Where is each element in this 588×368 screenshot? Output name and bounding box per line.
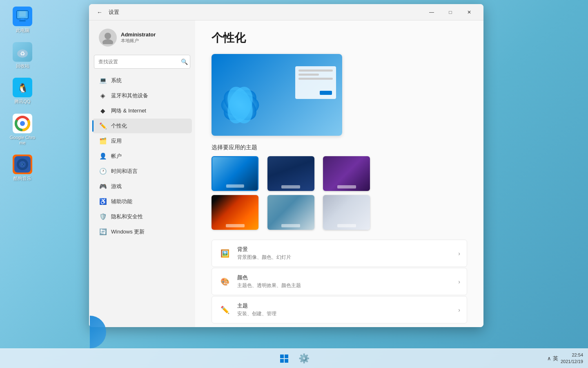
nav-label-accessibility: 辅助功能	[111, 198, 132, 205]
theme-mini-bar-5	[281, 224, 300, 227]
settings-item-background[interactable]: 🖼️ 背景 背景图像、颜色、幻灯片 ›	[212, 240, 467, 267]
time-display: 22:54	[561, 352, 583, 358]
colors-desc: 主题色、透明效果、颜色主题	[237, 282, 458, 289]
sidebar-item-network[interactable]: ◆网络 & Internet	[92, 103, 192, 118]
colors-text: 颜色 主题色、透明效果、颜色主题	[237, 274, 458, 289]
sidebar-item-accounts[interactable]: 👤帐户	[92, 149, 192, 164]
desktop-icon-recycle[interactable]: ♻ 回收站	[6, 40, 39, 71]
sidebar-item-accessibility[interactable]: ♿辅助功能	[92, 194, 192, 209]
svg-point-15	[20, 121, 25, 126]
settings-list: 🖼️ 背景 背景图像、颜色、幻灯片 › 🎨 颜色 主题色、透明效果、颜色主题 ›	[212, 240, 467, 323]
svg-rect-31	[285, 359, 288, 363]
chrome-icon	[13, 114, 32, 133]
chevron-up-icon[interactable]: ∧	[547, 355, 551, 361]
recycle-label: 回收站	[16, 63, 29, 69]
theme-card-2[interactable]	[267, 156, 314, 191]
start-button[interactable]	[275, 350, 293, 367]
nav-icon-bluetooth: ◈	[99, 92, 107, 100]
nav-label-time: 时间和语言	[111, 168, 138, 175]
close-button[interactable]: ✕	[460, 6, 479, 19]
computer-label: 此电脑	[16, 28, 29, 33]
preview-line-1	[298, 70, 333, 72]
sidebar-item-personalization[interactable]: ✏️个性化	[92, 119, 192, 133]
svg-text:♻: ♻	[20, 50, 25, 57]
nav-label-privacy: 隐私和安全性	[111, 213, 143, 220]
svg-rect-30	[280, 359, 284, 363]
back-button[interactable]: ←	[94, 7, 105, 18]
nav-label-personalization: 个性化	[111, 122, 127, 130]
theme-card-1[interactable]	[212, 156, 258, 191]
themes-text: 主题 安装、创建、管理	[237, 302, 458, 317]
svg-point-22	[102, 39, 113, 44]
nav-label-bluetooth: 蓝牙和其他设备	[111, 92, 148, 99]
theme-mini-bar-4	[226, 224, 245, 227]
preview-window-mock	[295, 66, 336, 99]
search-icon[interactable]: 🔍	[181, 58, 188, 65]
taskbar-settings-button[interactable]: ⚙️	[295, 350, 313, 367]
sidebar-item-bluetooth[interactable]: ◈蓝牙和其他设备	[92, 88, 192, 103]
minimize-button[interactable]: —	[422, 6, 441, 19]
sidebar-item-system[interactable]: 💻系统	[92, 73, 192, 88]
maximize-button[interactable]: □	[441, 6, 460, 19]
qq-label: 腾讯QQ	[14, 99, 30, 104]
theme-mini-bar-2	[281, 185, 300, 188]
theme-card-4[interactable]	[212, 195, 258, 230]
background-icon: 🖼️	[218, 247, 232, 260]
svg-text:K: K	[21, 162, 24, 167]
nav-label-accounts: 帐户	[111, 153, 122, 160]
nav-label-gaming: 游戏	[111, 183, 122, 190]
themes-chevron: ›	[458, 307, 460, 313]
win11-wallpaper-icon	[216, 79, 265, 132]
taskbar-center: ⚙️	[275, 350, 313, 367]
window-controls: — □ ✕	[422, 6, 479, 19]
desktop-icon-qq[interactable]: 🐧 腾讯QQ	[6, 75, 39, 107]
themes-title: 主题	[237, 302, 458, 310]
preview-line-3	[298, 78, 333, 80]
background-desc: 背景图像、颜色、幻灯片	[237, 254, 458, 261]
taskbar-time: 22:54 2021/12/19	[561, 352, 583, 365]
sidebar-item-windows-update[interactable]: 🔄Windows 更新	[92, 224, 192, 239]
desktop-icon-music[interactable]: K 酷狗音乐	[6, 152, 39, 184]
colors-chevron: ›	[458, 278, 460, 285]
svg-text:🐧: 🐧	[17, 83, 29, 94]
svg-rect-3	[19, 11, 26, 17]
user-profile[interactable]: Administrator 本地账户	[92, 25, 192, 51]
avatar	[99, 29, 117, 47]
colors-icon: 🎨	[218, 275, 232, 288]
desktop-icon-chrome[interactable]: Google Chrome	[6, 111, 39, 148]
qq-icon: 🐧	[13, 78, 32, 97]
sidebar-item-time[interactable]: 🕐时间和语言	[92, 164, 192, 179]
preview-line-2	[298, 74, 319, 76]
lang-indicator[interactable]: 英	[553, 355, 558, 362]
nav-icon-accounts: 👤	[99, 152, 107, 160]
sidebar-item-gaming[interactable]: 🎮游戏	[92, 179, 192, 194]
search-input[interactable]	[94, 55, 190, 69]
computer-icon	[13, 7, 32, 26]
settings-item-colors[interactable]: 🎨 颜色 主题色、透明效果、颜色主题 ›	[212, 268, 467, 295]
themes-icon: ✏️	[218, 303, 232, 316]
theme-card-5[interactable]	[267, 195, 314, 230]
settings-window: ← 设置 — □ ✕ Administrator 本地账户	[89, 4, 483, 327]
settings-item-themes[interactable]: ✏️ 主题 安装、创建、管理 ›	[212, 296, 467, 323]
nav-label-system: 系统	[111, 77, 122, 84]
svg-rect-28	[280, 355, 284, 358]
nav-icon-windows-update: 🔄	[99, 228, 107, 236]
nav-label-windows-update: Windows 更新	[111, 228, 145, 236]
theme-card-6[interactable]	[323, 195, 370, 230]
window-title: 设置	[109, 9, 119, 16]
desktop-icon-computer[interactable]: 此电脑	[6, 4, 39, 36]
taskbar-sys-icons: ∧ 英	[547, 355, 558, 362]
page-title: 个性化	[212, 30, 467, 46]
svg-rect-5	[19, 20, 26, 21]
nav-icon-system: 💻	[99, 76, 107, 85]
colors-title: 颜色	[237, 274, 458, 281]
chrome-label: Google Chrome	[9, 135, 36, 146]
nav-icon-privacy: 🛡️	[99, 213, 107, 221]
theme-card-3[interactable]	[323, 156, 370, 191]
sidebar-item-privacy[interactable]: 🛡️隐私和安全性	[92, 209, 192, 224]
user-info: Administrator 本地账户	[121, 31, 156, 44]
background-text: 背景 背景图像、颜色、幻灯片	[237, 246, 458, 261]
sidebar-item-apps[interactable]: 🗂️应用	[92, 134, 192, 148]
nav-items-container: 💻系统◈蓝牙和其他设备◆网络 & Internet✏️个性化🗂️应用👤帐户🕐时间…	[89, 73, 195, 240]
preview-btn	[320, 91, 332, 95]
